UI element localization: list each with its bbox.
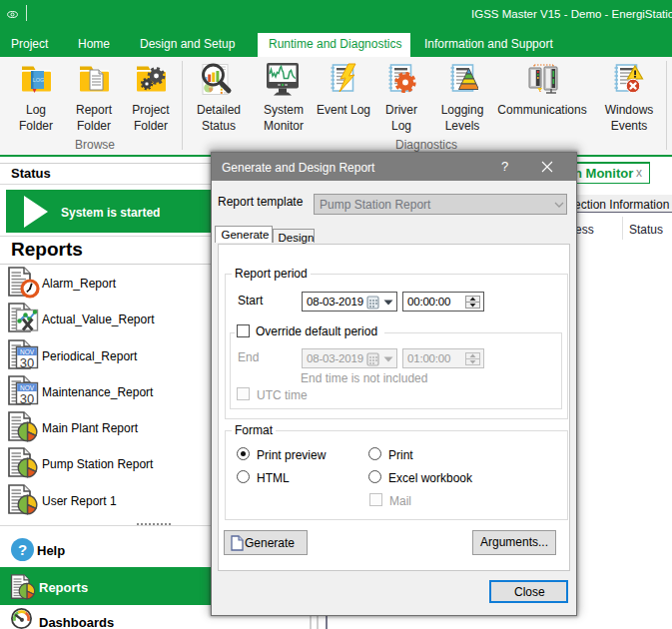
svg-text:LOG: LOG <box>33 77 45 83</box>
svg-text:30: 30 <box>20 355 34 370</box>
svg-text:30: 30 <box>20 391 34 406</box>
svg-text:?: ? <box>18 541 27 558</box>
